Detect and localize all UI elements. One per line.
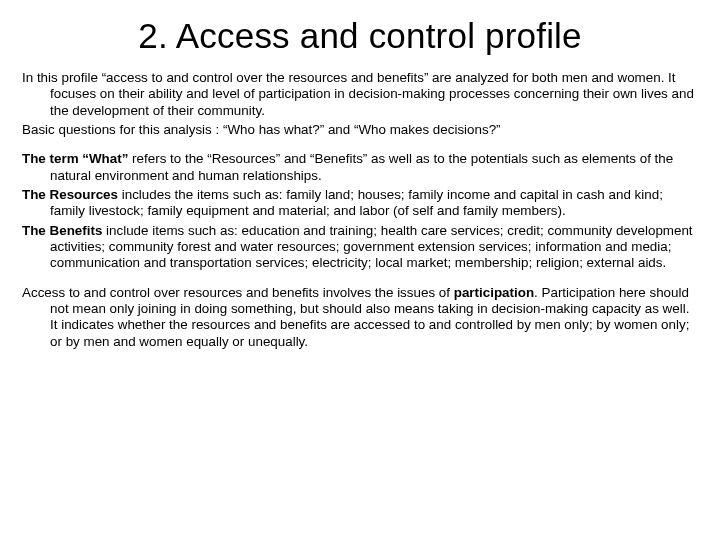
slide-title: 2. Access and control profile [22, 16, 698, 56]
paragraph-participation: Access to and control over resources and… [22, 285, 698, 350]
body-text: In this profile “access to and control o… [22, 70, 698, 350]
slide: 2. Access and control profile In this pr… [0, 0, 720, 540]
rest-resources: includes the items such as: family land;… [50, 187, 663, 218]
paragraph-intro: In this profile “access to and control o… [22, 70, 698, 119]
participation-a: Access to and control over resources and… [22, 285, 454, 300]
rest-what: refers to the “Resources” and “Benefits”… [50, 151, 673, 182]
paragraph-basic-questions: Basic questions for this analysis : “Who… [22, 122, 698, 138]
participation-bold: participation [454, 285, 534, 300]
paragraph-resources: The Resources includes the items such as… [22, 187, 698, 220]
spacer [22, 141, 698, 151]
lead-what: The term “What” [22, 151, 128, 166]
paragraph-what: The term “What” refers to the “Resources… [22, 151, 698, 184]
lead-resources: The Resources [22, 187, 118, 202]
paragraph-benefits: The Benefits include items such as: educ… [22, 223, 698, 272]
lead-benefits: The Benefits [22, 223, 102, 238]
rest-benefits: include items such as: education and tra… [50, 223, 693, 271]
spacer [22, 275, 698, 285]
